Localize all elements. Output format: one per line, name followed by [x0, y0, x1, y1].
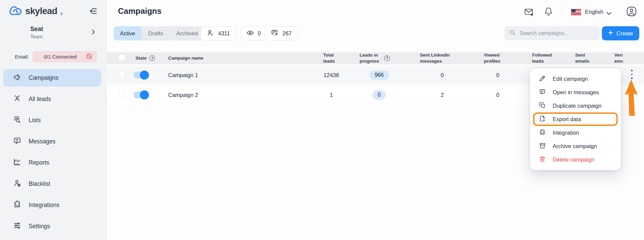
plus-icon [608, 30, 613, 37]
tab-archived[interactable]: Archived [170, 26, 204, 40]
menu-item-export-data[interactable]: Export data [533, 112, 618, 126]
column-total-leads: Total leads [323, 52, 340, 64]
language-label[interactable]: English [585, 9, 603, 15]
search-icon [509, 29, 516, 37]
help-icon[interactable]: ? [149, 55, 155, 61]
create-label: Create [616, 30, 633, 37]
email-status-text: 0/1 Connected [44, 54, 77, 60]
sidebar-item-label: Lists [29, 117, 41, 124]
sidebar-item-campaigns[interactable]: Campaigns [3, 69, 101, 87]
collapse-sidebar-icon[interactable] [89, 7, 98, 17]
us-flag-icon[interactable] [571, 9, 581, 16]
column-viewed-profiles: Viewed profiles [484, 52, 505, 64]
menu-item-label: Delete campaign [553, 157, 594, 163]
message-send-icon [271, 29, 279, 38]
stat-replies-chip[interactable]: 267 [265, 26, 298, 40]
menu-item-label: Archive campaign [553, 143, 597, 149]
column-verified-emails: Veri emc [614, 52, 630, 64]
menu-item-label: Export data [553, 116, 581, 123]
stat-views-chip[interactable]: 0 [240, 26, 267, 40]
select-campaign-checkbox[interactable] [119, 91, 125, 98]
brand-name: skylead [25, 6, 57, 16]
campaign-name[interactable]: Campaign 2 [168, 92, 198, 98]
sidebar-item-settings[interactable]: Settings [3, 217, 101, 235]
seat-subtitle: Team [30, 34, 43, 39]
column-sent-linkedin: Sent LinkedIn messages [420, 52, 454, 64]
trash-icon [539, 156, 546, 164]
column-leads-in-progress: Leads in progress [360, 52, 381, 64]
sidebar-item-label: Settings [29, 223, 50, 230]
sidebar-item-label: Reports [29, 159, 49, 166]
blocked-icon [86, 53, 92, 61]
annotation-arrow-icon [624, 79, 638, 117]
campaign-state-toggle[interactable] [133, 92, 148, 99]
person-check-icon [207, 29, 214, 38]
help-icon[interactable]: ? [384, 56, 390, 61]
total-leads-value: 1 [330, 92, 333, 98]
puzzle-icon [539, 129, 546, 137]
stat-value: 267 [282, 30, 292, 37]
campaign-tabs: Active Drafts Archived [114, 26, 204, 40]
export-icon [539, 115, 546, 124]
people-icon [13, 94, 22, 104]
megaphone-icon [13, 73, 22, 83]
email-label: Email: [15, 54, 29, 60]
page-title: Campaigns [118, 6, 161, 16]
mail-plus-icon[interactable] [524, 7, 534, 18]
sliders-icon [13, 221, 22, 232]
message-icon [539, 88, 546, 97]
skylead-cloud-icon [8, 5, 22, 17]
chevron-right-icon[interactable] [90, 29, 96, 36]
sidebar-item-reports[interactable]: Reports [3, 154, 101, 171]
menu-item-open-in-messages[interactable]: Open in messages [530, 85, 621, 99]
message-icon [13, 136, 22, 147]
select-campaign-checkbox[interactable] [119, 71, 125, 78]
puzzle-icon [13, 200, 22, 210]
stat-leads-chip[interactable]: 4311 [201, 26, 236, 40]
viewed-profiles-value: 0 [496, 92, 499, 98]
divider [561, 7, 562, 16]
sidebar-item-messages[interactable]: Messages [3, 133, 101, 150]
profile-icon[interactable] [626, 6, 637, 18]
menu-item-archive-campaign[interactable]: Archive campaign [530, 139, 621, 153]
chevron-down-icon[interactable] [606, 10, 612, 16]
sidebar-item-integrations[interactable]: Integrations [3, 196, 101, 214]
sidebar-item-label: All leads [29, 96, 51, 103]
eye-icon [246, 29, 254, 38]
menu-item-edit-campaign[interactable]: Edit campaign [530, 72, 621, 85]
menu-item-label: Integration [553, 130, 579, 136]
sidebar-item-blacklist[interactable]: Blacklist [3, 175, 101, 193]
total-leads-value: 12438 [324, 72, 339, 78]
brand-logo: skylead ® [8, 5, 63, 17]
edit-icon [539, 75, 546, 83]
sidebar: skylead ® Seat Team Email: 0/1 Connected… [0, 0, 107, 240]
sidebar-nav: Campaigns All leads Lists Messages Repor… [3, 69, 101, 235]
menu-item-label: Duplicate campaign [553, 103, 602, 109]
archive-icon [539, 142, 546, 150]
menu-item-duplicate-campaign[interactable]: Duplicate campaign [530, 99, 621, 112]
app-window: skylead ® Seat Team Email: 0/1 Connected… [0, 0, 644, 240]
main-content: Campaigns English Active Drafts Archived… [107, 0, 644, 240]
sent-linkedin-value: 2 [440, 92, 443, 98]
tab-active[interactable]: Active [114, 26, 142, 40]
tab-drafts[interactable]: Drafts [142, 26, 170, 40]
select-all-checkbox[interactable] [119, 54, 125, 61]
column-sent-emails: Sent emails [575, 52, 592, 64]
campaign-name[interactable]: Campaign 1 [168, 72, 198, 78]
search-box [504, 26, 600, 40]
campaign-state-toggle[interactable] [133, 72, 148, 79]
sidebar-item-lists[interactable]: Lists [3, 111, 101, 129]
brand-trademark: ® [60, 12, 63, 17]
email-status-badge[interactable]: 0/1 Connected [32, 51, 97, 62]
column-followed-leads: Followed leads [532, 52, 556, 64]
person-block-icon [13, 179, 22, 189]
menu-item-delete-campaign[interactable]: Delete campaign [530, 153, 621, 166]
menu-item-integration[interactable]: Integration [530, 126, 621, 139]
viewed-profiles-value: 0 [496, 72, 499, 78]
row-actions-kebab[interactable] [630, 70, 634, 79]
sidebar-item-all-leads[interactable]: All leads [3, 90, 101, 108]
create-button[interactable]: Create [602, 26, 639, 40]
bell-icon[interactable] [544, 7, 553, 18]
sidebar-item-label: Blacklist [29, 180, 50, 187]
search-input[interactable] [520, 30, 594, 36]
